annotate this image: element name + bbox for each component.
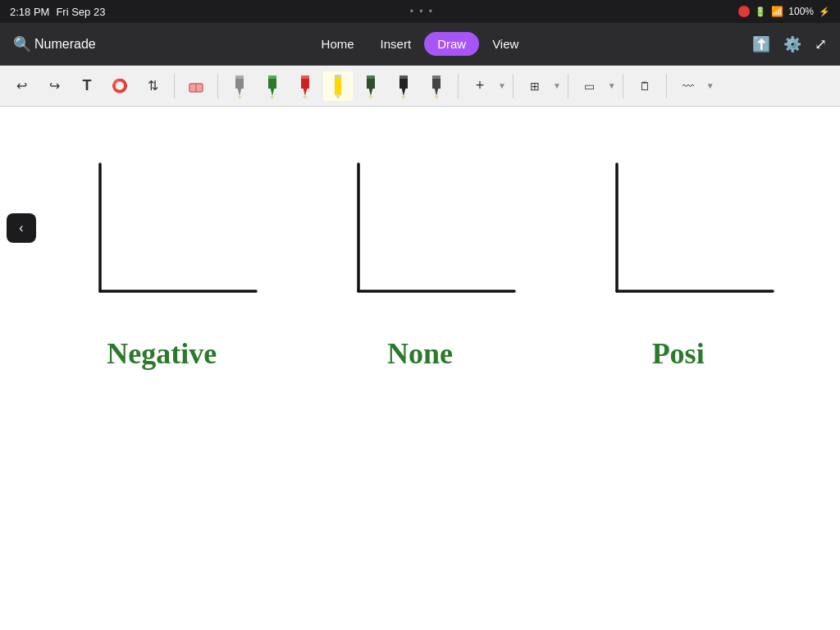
more-tools-button[interactable]: 〰 (673, 71, 703, 101)
diagram-positive: Posi (576, 156, 781, 371)
canvas-area[interactable]: ‹ Negative None (0, 107, 840, 630)
wifi-icon: 📶 (771, 6, 783, 17)
nav-menu: Home Insert Draw View (308, 32, 532, 56)
diagram-none: None (317, 156, 523, 371)
text-tool-button[interactable]: T (72, 71, 102, 101)
red-pencil-button[interactable] (290, 71, 320, 101)
dark-green-pencil-button[interactable] (356, 71, 386, 101)
eraser-button[interactable] (181, 71, 211, 101)
svg-rect-14 (335, 76, 341, 94)
dark-green-pencil-icon (365, 73, 377, 99)
time-display: 2:18 PM (10, 6, 49, 18)
charging-icon: ⚡ (819, 7, 830, 17)
toolbar-right: ⬆️ ⚙️ ⤢ (728, 35, 827, 53)
diagrams-container: Negative None Posi (0, 107, 840, 630)
svg-rect-3 (235, 77, 244, 89)
separator-2 (217, 74, 218, 98)
dark-pencil-button[interactable] (389, 71, 418, 101)
svg-marker-13 (303, 96, 308, 99)
share-icon[interactable]: ⬆️ (752, 35, 770, 53)
redo-button[interactable]: ↪ (39, 71, 69, 101)
svg-marker-24 (401, 96, 406, 99)
separator-1 (174, 74, 175, 98)
svg-rect-16 (335, 75, 341, 78)
dots-indicator: • • • (410, 6, 434, 17)
add-arrow: ▼ (498, 81, 506, 90)
nav-insert[interactable]: Insert (368, 32, 425, 56)
date-display: Fri Sep 23 (56, 6, 105, 18)
charcoal-pencil-button[interactable] (422, 71, 451, 101)
svg-marker-9 (270, 96, 275, 99)
grid-button[interactable]: ⊞ (520, 71, 550, 101)
dark-pencil-icon (398, 73, 409, 99)
svg-marker-20 (368, 96, 373, 99)
separator-6 (623, 74, 623, 98)
nav-home[interactable]: Home (308, 32, 368, 56)
nav-view[interactable]: View (479, 32, 532, 56)
fullscreen-icon[interactable]: ⤢ (815, 35, 827, 53)
undo-button[interactable]: ↩ (7, 71, 36, 101)
status-right: 🔋 📶 100% ⚡ (738, 6, 830, 17)
status-bar: 2:18 PM Fri Sep 23 • • • 🔋 📶 100% ⚡ (0, 0, 840, 23)
svg-rect-7 (268, 77, 276, 89)
gray-pencil-button[interactable] (225, 71, 254, 101)
svg-rect-19 (367, 75, 375, 79)
battery-icon: 🔋 (755, 7, 766, 17)
grid-arrow: ▼ (553, 81, 561, 90)
svg-rect-4 (235, 75, 244, 79)
separator-3 (458, 74, 459, 98)
svg-marker-28 (434, 96, 439, 99)
svg-rect-27 (432, 75, 441, 79)
nav-draw[interactable]: Draw (424, 32, 479, 56)
svg-rect-8 (268, 75, 276, 79)
more-arrow: ▼ (706, 81, 714, 90)
svg-rect-18 (367, 77, 375, 89)
red-pencil-icon (299, 73, 311, 99)
negative-label: Negative (107, 336, 217, 371)
drawing-tools-bar: ↩ ↪ T ⭕ ⇅ (0, 66, 840, 107)
charcoal-pencil-icon (431, 73, 442, 99)
none-axis-svg (317, 156, 523, 320)
frames-button[interactable]: ▭ (575, 71, 605, 101)
record-icon (738, 6, 750, 17)
frames-arrow: ▼ (608, 81, 616, 90)
separator-7 (666, 74, 667, 98)
toolbar-left: 🔍 Numerade (13, 35, 112, 53)
svg-rect-23 (399, 75, 408, 79)
eraser-icon (187, 77, 205, 95)
add-tool-button[interactable]: + (465, 71, 495, 101)
green-pencil-icon (267, 73, 278, 99)
gray-pencil-icon (234, 73, 245, 99)
svg-rect-12 (301, 75, 309, 79)
positive-axis-svg (576, 156, 781, 320)
settings-icon[interactable]: ⚙️ (783, 35, 801, 53)
svg-marker-15 (335, 94, 341, 99)
diagram-negative: Negative (59, 156, 264, 371)
sticky-button[interactable]: 🗒 (630, 71, 660, 101)
separator-5 (568, 74, 568, 98)
green-pencil-button[interactable] (258, 71, 287, 101)
negative-axis-svg (59, 156, 264, 320)
back-button[interactable]: ‹ (7, 213, 36, 243)
app-name: Numerade (34, 37, 96, 52)
yellow-highlighter-icon (332, 73, 344, 99)
search-icon[interactable]: 🔍 (13, 35, 31, 53)
svg-rect-11 (301, 77, 309, 89)
move-tool-button[interactable]: ⇅ (138, 71, 167, 101)
svg-rect-22 (399, 77, 408, 89)
battery-percent: 100% (788, 6, 814, 17)
lasso-tool-button[interactable]: ⭕ (105, 71, 135, 101)
separator-4 (513, 74, 514, 98)
none-label: None (387, 336, 453, 371)
yellow-highlighter-button[interactable] (323, 71, 353, 101)
positive-label: Posi (652, 336, 705, 371)
status-left: 2:18 PM Fri Sep 23 (10, 6, 105, 18)
svg-marker-5 (237, 96, 242, 99)
svg-rect-26 (432, 77, 441, 89)
main-toolbar: 🔍 Numerade Home Insert Draw View ⬆️ ⚙️ ⤢ (0, 23, 840, 66)
